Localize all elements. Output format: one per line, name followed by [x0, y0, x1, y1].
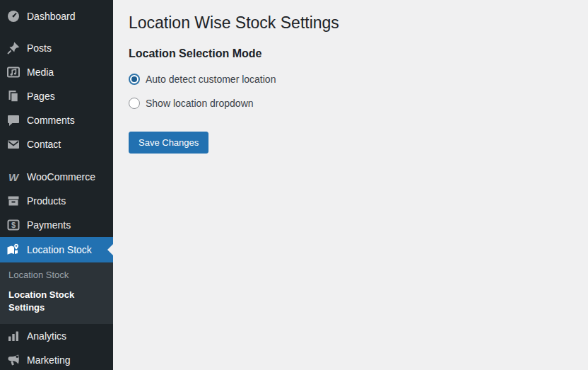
- menu-separator: [0, 28, 113, 36]
- sidebar-item-label: Pages: [27, 91, 55, 102]
- sidebar-item-marketing[interactable]: Marketing: [0, 348, 113, 370]
- show-dropdown-radio-label[interactable]: Show location dropdown: [146, 98, 254, 109]
- sidebar-item-location-stock[interactable]: Location Stock: [0, 237, 113, 262]
- wordpress-admin: Dashboard Posts Media: [0, 0, 588, 370]
- sidebar-item-woocommerce[interactable]: W WooCommerce: [0, 165, 113, 189]
- megaphone-icon: [6, 353, 20, 367]
- active-item-arrow: [107, 244, 113, 255]
- submenu-item-location-stock[interactable]: Location Stock: [0, 265, 113, 285]
- sidebar-item-label: Comments: [27, 115, 75, 126]
- dashboard-icon: [6, 9, 20, 23]
- comment-bubble-icon: [6, 113, 20, 127]
- sidebar-item-analytics[interactable]: Analytics: [0, 324, 113, 348]
- media-icon: [6, 65, 20, 79]
- location-selection-mode-heading: Location Selection Mode: [129, 47, 574, 62]
- radio-row-show-dropdown: Show location dropdown: [129, 97, 574, 110]
- sidebar-item-label: Analytics: [27, 330, 66, 342]
- location-stock-submenu: Location Stock Location Stock Settings: [0, 262, 113, 324]
- sidebar-item-payments[interactable]: $ Payments: [0, 213, 113, 237]
- save-changes-button[interactable]: Save Changes: [129, 132, 208, 154]
- map-pin-icon: [6, 243, 20, 257]
- sidebar-item-label: Media: [27, 67, 54, 78]
- settings-page: Location Wise Stock Settings Location Se…: [113, 0, 588, 370]
- sidebar-item-label: Location Stock: [27, 244, 92, 255]
- sidebar-item-label: Marketing: [27, 354, 70, 366]
- sidebar-item-label: Payments: [27, 219, 71, 231]
- envelope-icon: [6, 137, 20, 151]
- sidebar-item-pages[interactable]: Pages: [0, 84, 113, 108]
- auto-detect-radio-label[interactable]: Auto detect customer location: [146, 74, 276, 85]
- sidebar-item-posts[interactable]: Posts: [0, 36, 113, 60]
- pushpin-icon: [6, 41, 20, 55]
- bar-chart-icon: [6, 329, 20, 343]
- sidebar-item-comments[interactable]: Comments: [0, 108, 113, 132]
- show-dropdown-radio[interactable]: [129, 98, 140, 109]
- sidebar-item-dashboard[interactable]: Dashboard: [0, 4, 113, 28]
- page-title: Location Wise Stock Settings: [129, 13, 574, 34]
- radio-row-auto-detect: Auto detect customer location: [129, 73, 574, 86]
- svg-text:$: $: [11, 221, 16, 229]
- sidebar-item-label: Products: [27, 195, 66, 207]
- sidebar-item-label: WooCommerce: [27, 171, 95, 183]
- sidebar-item-products[interactable]: Products: [0, 189, 113, 213]
- pages-icon: [6, 89, 20, 103]
- woocommerce-icon: W: [6, 170, 20, 184]
- menu-separator: [0, 156, 113, 165]
- auto-detect-radio[interactable]: [129, 74, 140, 85]
- sidebar-item-label: Contact: [27, 139, 61, 150]
- submenu-item-location-stock-settings[interactable]: Location Stock Settings: [0, 285, 113, 318]
- dollar-card-icon: $: [6, 218, 20, 232]
- admin-sidebar: Dashboard Posts Media: [0, 0, 113, 370]
- sidebar-item-label: Dashboard: [27, 11, 76, 22]
- sidebar-item-contact[interactable]: Contact: [0, 132, 113, 156]
- sidebar-item-media[interactable]: Media: [0, 60, 113, 84]
- product-box-icon: [6, 194, 20, 208]
- sidebar-item-label: Posts: [27, 42, 52, 54]
